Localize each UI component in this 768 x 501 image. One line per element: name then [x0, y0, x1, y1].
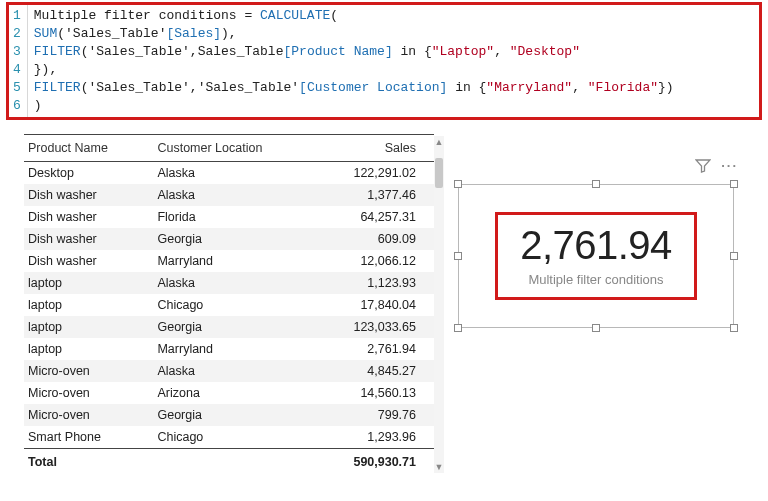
table-row[interactable]: Dish washerAlaska1,377.46 — [24, 184, 434, 206]
cell-product: laptop — [24, 338, 153, 360]
cell-location: Georgia — [153, 228, 317, 250]
total-value: 590,930.71 — [317, 449, 434, 476]
table-total-row: Total 590,930.71 — [24, 449, 434, 476]
table-row[interactable]: DesktopAlaska122,291.02 — [24, 162, 434, 185]
line-number-gutter: 123456 — [9, 5, 28, 117]
code-line[interactable]: ) — [34, 97, 753, 115]
cell-location: Marryland — [153, 338, 317, 360]
card-value: 2,761.94 — [520, 223, 672, 268]
cell-location: Chicago — [153, 426, 317, 449]
cell-product: laptop — [24, 272, 153, 294]
cell-sales: 799.76 — [317, 404, 434, 426]
table-row[interactable]: Dish washerFlorida64,257.31 — [24, 206, 434, 228]
cell-product: Micro-oven — [24, 360, 153, 382]
visual-header-controls: ··· — [695, 158, 738, 177]
filter-icon[interactable] — [695, 158, 711, 177]
cell-sales: 4,845.27 — [317, 360, 434, 382]
cell-product: Dish washer — [24, 184, 153, 206]
table-row[interactable]: Micro-ovenAlaska4,845.27 — [24, 360, 434, 382]
line-number: 4 — [13, 61, 21, 79]
cell-sales: 12,066.12 — [317, 250, 434, 272]
table-row[interactable]: laptopGeorgia123,033.65 — [24, 316, 434, 338]
cell-product: Dish washer — [24, 228, 153, 250]
cell-product: laptop — [24, 294, 153, 316]
cell-sales: 64,257.31 — [317, 206, 434, 228]
line-number: 6 — [13, 97, 21, 115]
cell-product: Smart Phone — [24, 426, 153, 449]
cell-product: laptop — [24, 316, 153, 338]
cell-sales: 1,377.46 — [317, 184, 434, 206]
total-label: Total — [24, 449, 153, 476]
line-number: 3 — [13, 43, 21, 61]
cell-sales: 609.09 — [317, 228, 434, 250]
card-visual[interactable]: 2,761.94 Multiple filter conditions — [458, 184, 734, 328]
cell-product: Dish washer — [24, 250, 153, 272]
cell-location: Alaska — [153, 360, 317, 382]
table-row[interactable]: Micro-ovenArizona14,560.13 — [24, 382, 434, 404]
cell-location: Alaska — [153, 184, 317, 206]
code-line[interactable]: Multiple filter conditions = CALCULATE( — [34, 7, 753, 25]
col-customer-location[interactable]: Customer Location — [153, 135, 317, 162]
scroll-thumb[interactable] — [435, 158, 443, 188]
table-row[interactable]: Micro-ovenGeorgia799.76 — [24, 404, 434, 426]
line-number: 5 — [13, 79, 21, 97]
table-row[interactable]: laptopMarryland2,761.94 — [24, 338, 434, 360]
table-row[interactable]: Dish washerGeorgia609.09 — [24, 228, 434, 250]
cell-sales: 122,291.02 — [317, 162, 434, 185]
cell-sales: 2,761.94 — [317, 338, 434, 360]
cell-location: Chicago — [153, 294, 317, 316]
cell-location: Georgia — [153, 316, 317, 338]
code-line[interactable]: SUM('Sales_Table'[Sales]), — [34, 25, 753, 43]
col-sales[interactable]: Sales — [317, 135, 434, 162]
cell-sales: 17,840.04 — [317, 294, 434, 316]
dax-code[interactable]: Multiple filter conditions = CALCULATE(S… — [28, 5, 759, 117]
cell-sales: 1,293.96 — [317, 426, 434, 449]
more-options-icon[interactable]: ··· — [721, 158, 738, 177]
col-product-name[interactable]: Product Name — [24, 135, 153, 162]
table-row[interactable]: Dish washerMarryland12,066.12 — [24, 250, 434, 272]
cell-product: Dish washer — [24, 206, 153, 228]
dax-formula-bar[interactable]: 123456 Multiple filter conditions = CALC… — [6, 2, 762, 120]
cell-sales: 1,123.93 — [317, 272, 434, 294]
card-label: Multiple filter conditions — [520, 272, 672, 287]
scroll-up-icon[interactable]: ▲ — [434, 136, 444, 148]
scroll-down-icon[interactable]: ▼ — [434, 461, 444, 473]
table-row[interactable]: laptopChicago17,840.04 — [24, 294, 434, 316]
table-header-row: Product Name Customer Location Sales — [24, 135, 434, 162]
cell-product: Micro-oven — [24, 382, 153, 404]
cell-sales: 14,560.13 — [317, 382, 434, 404]
cell-location: Florida — [153, 206, 317, 228]
code-line[interactable]: FILTER('Sales_Table',Sales_Table[Product… — [34, 43, 753, 61]
cell-location: Alaska — [153, 162, 317, 185]
cell-sales: 123,033.65 — [317, 316, 434, 338]
cell-location: Arizona — [153, 382, 317, 404]
line-number: 2 — [13, 25, 21, 43]
line-number: 1 — [13, 7, 21, 25]
code-line[interactable]: FILTER('Sales_Table','Sales_Table'[Custo… — [34, 79, 753, 97]
cell-product: Micro-oven — [24, 404, 153, 426]
cell-location: Marryland — [153, 250, 317, 272]
card-highlight: 2,761.94 Multiple filter conditions — [495, 212, 697, 300]
code-line[interactable]: }), — [34, 61, 753, 79]
table-row[interactable]: Smart PhoneChicago1,293.96 — [24, 426, 434, 449]
cell-product: Desktop — [24, 162, 153, 185]
table-scrollbar[interactable]: ▲ ▼ — [434, 136, 444, 473]
table-visual[interactable]: Product Name Customer Location Sales Des… — [24, 134, 434, 475]
table-row[interactable]: laptopAlaska1,123.93 — [24, 272, 434, 294]
cell-location: Alaska — [153, 272, 317, 294]
cell-location: Georgia — [153, 404, 317, 426]
